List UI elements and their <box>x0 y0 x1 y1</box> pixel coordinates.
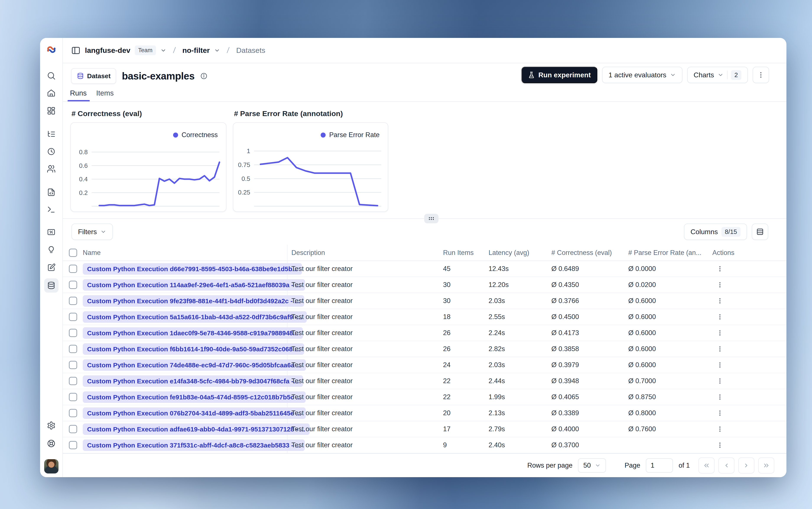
row-height-button[interactable] <box>752 224 768 240</box>
chevron-down-icon[interactable] <box>160 47 166 54</box>
column-header-name[interactable]: Name <box>83 245 101 261</box>
lifebuoy-icon[interactable] <box>44 436 59 450</box>
run-name-link[interactable]: Custom Python Execution d66e7991-8595-45… <box>83 263 302 275</box>
row-actions-button[interactable] <box>716 409 723 417</box>
terminal-icon[interactable] <box>44 202 59 216</box>
row-actions-button[interactable] <box>716 281 723 289</box>
table-row[interactable]: Custom Python Execution f6bb1614-1f90-40… <box>63 341 786 357</box>
correctness-value: Ø 0.3858 <box>551 341 579 357</box>
parse-error-rate-value: Ø 0.8000 <box>628 405 656 421</box>
chart-legend: Correctness <box>173 131 218 139</box>
row-actions-button[interactable] <box>716 345 723 352</box>
run-name-link[interactable]: Custom Python Execution 5a15a616-1bab-44… <box>83 311 307 323</box>
row-checkbox[interactable] <box>69 329 77 337</box>
svg-text:0.2: 0.2 <box>79 189 88 196</box>
table-row[interactable]: Custom Python Execution 076b2704-341d-48… <box>63 405 786 421</box>
rows-per-page-select[interactable]: 50 <box>578 458 606 473</box>
next-page-button[interactable] <box>738 457 754 473</box>
chevron-down-icon[interactable] <box>214 47 220 54</box>
row-actions-button[interactable] <box>716 426 723 433</box>
table-row[interactable]: Custom Python Execution 9fe23f98-881e-44… <box>63 293 786 309</box>
columns-button[interactable]: Columns 8/15 <box>684 224 747 240</box>
table-row[interactable]: Custom Python Execution 74de488e-ec9d-47… <box>63 357 786 373</box>
select-all-checkbox[interactable] <box>69 249 77 257</box>
row-checkbox[interactable] <box>69 393 77 401</box>
previous-page-button[interactable] <box>718 457 735 473</box>
breadcrumb-section[interactable]: Datasets <box>236 46 265 55</box>
row-actions-button[interactable] <box>716 329 723 337</box>
row-checkbox[interactable] <box>69 281 77 289</box>
users-icon[interactable] <box>44 162 59 176</box>
run-name-link[interactable]: Custom Python Execution 1daec0f9-5e78-43… <box>83 327 303 339</box>
column-header-run-items[interactable]: Run Items <box>443 245 474 261</box>
table-row[interactable]: Custom Python Execution d66e7991-8595-45… <box>63 261 786 277</box>
run-name-link[interactable]: Custom Python Execution f6bb1614-1f90-40… <box>83 343 304 355</box>
search-icon[interactable] <box>44 68 59 83</box>
run-name-link[interactable]: Custom Python Execution 114aa9ef-29e6-4e… <box>83 279 305 291</box>
table-row[interactable]: Custom Python Execution fe91b83e-04a5-47… <box>63 389 786 405</box>
row-checkbox[interactable] <box>69 313 77 321</box>
filters-button[interactable]: Filters <box>71 224 113 240</box>
column-header-correctness[interactable]: # Correctness (eval) <box>551 245 612 261</box>
table-row[interactable]: Custom Python Execution 5a15a616-1bab-44… <box>63 309 786 325</box>
row-checkbox[interactable] <box>69 377 77 385</box>
breadcrumb-project[interactable]: no-filter <box>182 46 210 55</box>
charts-dropdown[interactable]: Charts 2 <box>687 67 748 83</box>
table-row[interactable]: Custom Python Execution adfae619-abb0-4d… <box>63 421 786 437</box>
resize-handle[interactable] <box>424 214 439 223</box>
row-checkbox[interactable] <box>69 409 77 417</box>
run-name-link[interactable]: Custom Python Execution 74de488e-ec9d-47… <box>83 359 306 371</box>
row-checkbox[interactable] <box>69 345 77 353</box>
traces-icon[interactable] <box>44 127 59 141</box>
sidebar-toggle-icon[interactable] <box>71 46 80 55</box>
run-experiment-button[interactable]: Run experiment <box>521 67 597 83</box>
row-actions-button[interactable] <box>716 313 723 320</box>
first-page-button[interactable] <box>699 457 714 473</box>
table-row[interactable]: Custom Python Execution 1daec0f9-5e78-43… <box>63 325 786 341</box>
run-name-link[interactable]: Custom Python Execution 371f531c-abff-4d… <box>83 439 305 451</box>
more-actions-button[interactable] <box>753 67 769 83</box>
evaluators-dropdown[interactable]: 1 active evaluators <box>602 67 682 83</box>
row-actions-button[interactable] <box>716 393 723 401</box>
row-checkbox[interactable] <box>69 361 77 369</box>
table-row[interactable]: Custom Python Execution 114aa9ef-29e6-4e… <box>63 277 786 293</box>
home-icon[interactable] <box>44 86 59 100</box>
dashboard-icon[interactable] <box>44 104 59 118</box>
evals-icon[interactable] <box>44 225 59 239</box>
sidebar <box>40 38 63 477</box>
row-checkbox[interactable] <box>69 265 77 273</box>
column-header-description[interactable]: Description <box>292 245 325 261</box>
column-header-latency[interactable]: Latency (avg) <box>488 245 529 261</box>
last-page-button[interactable] <box>758 457 774 473</box>
user-avatar[interactable] <box>44 459 59 473</box>
lightbulb-icon[interactable] <box>44 243 59 257</box>
chevron-down-icon <box>100 229 106 235</box>
run-name-link[interactable]: Custom Python Execution fe91b83e-04a5-47… <box>83 392 306 403</box>
run-name-link[interactable]: Custom Python Execution adfae619-abb0-4d… <box>83 423 310 435</box>
run-name-link[interactable]: Custom Python Execution 076b2704-341d-48… <box>83 407 306 419</box>
tab-items[interactable]: Items <box>96 89 114 102</box>
row-actions-button[interactable] <box>716 441 723 449</box>
gear-icon[interactable] <box>44 418 59 433</box>
row-actions-button[interactable] <box>716 265 723 272</box>
row-actions-button[interactable] <box>716 377 723 385</box>
run-name-link[interactable]: Custom Python Execution 9fe23f98-881e-44… <box>83 295 304 307</box>
row-checkbox[interactable] <box>69 297 77 305</box>
row-checkbox[interactable] <box>69 425 77 433</box>
prompts-icon[interactable] <box>44 185 59 199</box>
row-actions-button[interactable] <box>716 297 723 305</box>
langfuse-logo-icon[interactable] <box>46 44 57 55</box>
table-row[interactable]: Custom Python Execution e14fa348-5cfc-49… <box>63 373 786 389</box>
breadcrumb-org[interactable]: langfuse-dev <box>85 46 130 55</box>
row-actions-button[interactable] <box>716 361 723 369</box>
datasets-icon[interactable] <box>44 278 59 293</box>
table-row[interactable]: Custom Python Execution 371f531c-abff-4d… <box>63 437 786 453</box>
column-header-parse-error[interactable]: # Parse Error Rate (an... <box>628 245 702 261</box>
page-number-input[interactable]: 1 <box>646 458 673 473</box>
legend-dot-icon <box>320 133 326 138</box>
clock-icon[interactable] <box>44 144 59 159</box>
row-checkbox[interactable] <box>69 441 77 449</box>
info-icon[interactable] <box>200 72 208 80</box>
annotation-icon[interactable] <box>44 260 59 275</box>
run-name-link[interactable]: Custom Python Execution e14fa348-5cfc-49… <box>83 375 303 387</box>
